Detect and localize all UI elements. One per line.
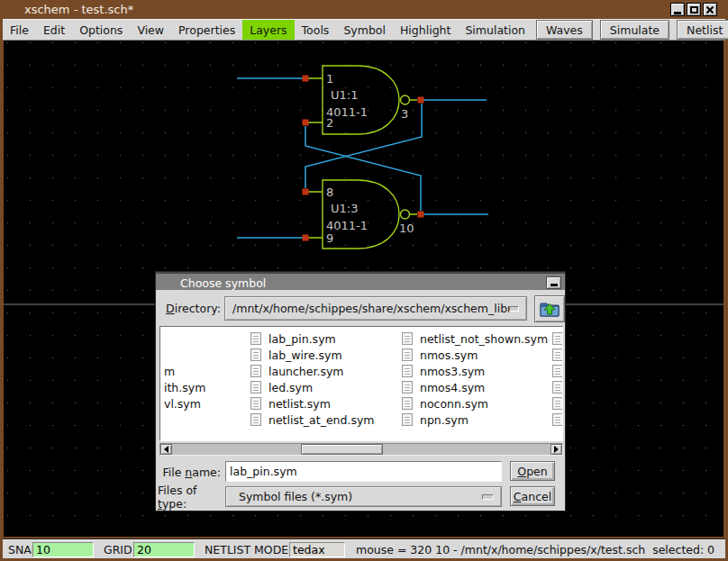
file-item[interactable]: ith.sym: [164, 380, 205, 394]
file-item[interactable]: launcher.sym: [250, 364, 344, 378]
wires: [237, 78, 488, 238]
gate1-pin-b-label: 2: [326, 116, 333, 130]
netlist-button[interactable]: Netlist: [677, 20, 728, 40]
file-item[interactable]: lab_wire.sym: [250, 348, 342, 362]
file-item[interactable]: m: [164, 364, 175, 378]
file-icon: [402, 397, 413, 410]
gate2-pin-a-label: 8: [326, 185, 333, 199]
folder-up-icon: [539, 300, 560, 318]
file-item[interactable]: lab_pin.sym: [250, 331, 336, 346]
nand-gate-2-bubble: [401, 210, 410, 219]
scroll-right-icon: [554, 446, 562, 453]
scroll-right-button[interactable]: [551, 444, 562, 455]
file-item[interactable]: netlist_not_shown.sym: [402, 331, 548, 346]
gate2-pin-b-label: 9: [326, 231, 333, 245]
file-name-label: File name:: [161, 462, 221, 482]
file-item[interactable]: [552, 331, 563, 346]
file-icon: [250, 332, 261, 345]
dialog-titlebar[interactable]: Choose symbol: [156, 272, 565, 290]
menu-options[interactable]: Options: [72, 20, 130, 40]
menu-symbol[interactable]: Symbol: [336, 20, 393, 40]
file-item[interactable]: [552, 364, 563, 378]
gate1-out-label: 3: [401, 107, 408, 121]
menu-view[interactable]: View: [130, 20, 171, 40]
minimize-icon: [674, 12, 681, 14]
file-icon: [250, 413, 261, 426]
window-titlebar[interactable]: xschem - test.sch*: [0, 0, 728, 19]
gate1-ref-label: U1:1: [331, 88, 358, 102]
nand-gate-1-bubble: [401, 95, 410, 104]
gate2-ref-label: U1:3: [331, 202, 358, 215]
file-item[interactable]: nmos.sym: [402, 348, 478, 362]
directory-label: Directory:: [165, 296, 221, 320]
scrollbar-thumb[interactable]: [301, 444, 383, 455]
menu-properties[interactable]: Properties: [171, 20, 242, 40]
up-directory-button[interactable]: [534, 295, 565, 322]
gate1-pin-a-label: 1: [326, 72, 333, 86]
pin-square: [303, 76, 309, 82]
file-icon: [250, 397, 261, 410]
files-of-type-value: Symbol files (*.sym): [239, 490, 352, 503]
menu-simulation[interactable]: Simulation: [458, 20, 532, 40]
file-icon: [402, 348, 413, 361]
choose-symbol-dialog: Choose symbol Directory: /mnt/x/home/sch…: [155, 271, 566, 511]
file-icon: [402, 365, 413, 377]
files-of-type-combobox[interactable]: Symbol files (*.sym): [225, 486, 502, 507]
dropdown-dash-icon: [482, 494, 494, 500]
pin-square: [418, 212, 424, 218]
gate2-value-label: 4011-1: [326, 219, 368, 232]
file-item[interactable]: nmos4.sym: [402, 380, 485, 394]
file-item[interactable]: noconn.sym: [402, 396, 488, 411]
file-icon: [250, 381, 261, 394]
minimize-button[interactable]: [670, 3, 685, 16]
menu-highlight[interactable]: Highlight: [393, 20, 458, 40]
files-of-type-label: Files of type:: [158, 487, 221, 507]
dropdown-dash-icon: [509, 306, 519, 312]
file-item[interactable]: [552, 412, 563, 427]
directory-combobox[interactable]: /mnt/x/home/schippes/share/xschem/xschem…: [224, 296, 527, 321]
statusbar: SNAP: GRID: NETLIST MODE: mouse = 320 10…: [3, 538, 725, 558]
file-icon: [552, 365, 563, 377]
file-item[interactable]: [552, 396, 563, 411]
waves-button[interactable]: Waves: [536, 20, 593, 40]
file-icon: [552, 348, 563, 361]
horizontal-scrollbar[interactable]: [159, 443, 563, 456]
menu-layers[interactable]: Layers: [242, 20, 294, 40]
file-item[interactable]: nmos3.sym: [402, 364, 485, 378]
file-icon: [402, 332, 413, 345]
scroll-left-button[interactable]: [160, 444, 172, 455]
file-icon: [552, 332, 563, 345]
menubar: File Edit Options View Properties Layers…: [3, 19, 725, 41]
file-item[interactable]: [552, 380, 563, 394]
open-button[interactable]: Open: [510, 461, 555, 481]
cancel-button[interactable]: Cancel: [510, 486, 555, 506]
file-item[interactable]: netlist_at_end.sym: [250, 412, 375, 427]
close-icon: [705, 5, 714, 14]
file-item[interactable]: [552, 348, 563, 362]
netlist-mode-input[interactable]: [289, 542, 345, 557]
file-icon: [250, 365, 261, 377]
file-icon: [402, 413, 413, 426]
close-button[interactable]: [703, 3, 717, 16]
nand-gate-2: [306, 180, 417, 249]
menu-edit[interactable]: Edit: [36, 20, 72, 40]
window-title: xschem - test.sch*: [24, 3, 133, 16]
file-item[interactable]: netlist.sym: [250, 396, 331, 411]
dialog-minimize-icon: [551, 284, 558, 286]
file-name-input[interactable]: [225, 461, 502, 482]
file-item[interactable]: led.sym: [250, 380, 313, 394]
snap-input[interactable]: [32, 542, 94, 557]
file-item[interactable]: npn.sym: [402, 412, 469, 427]
menu-file[interactable]: File: [3, 20, 36, 40]
menu-tools[interactable]: Tools: [295, 20, 337, 40]
file-item[interactable]: vl.sym: [164, 396, 201, 411]
maximize-button[interactable]: [687, 3, 701, 16]
simulate-button[interactable]: Simulate: [600, 20, 669, 40]
netlist-mode-label: NETLIST MODE:: [205, 539, 292, 559]
gate2-out-label: 10: [399, 222, 414, 235]
pin-square: [303, 120, 309, 126]
file-icon: [552, 413, 563, 426]
dialog-minimize-button[interactable]: [546, 276, 561, 289]
grid-input[interactable]: [133, 542, 195, 557]
pin-squares: [303, 76, 424, 241]
